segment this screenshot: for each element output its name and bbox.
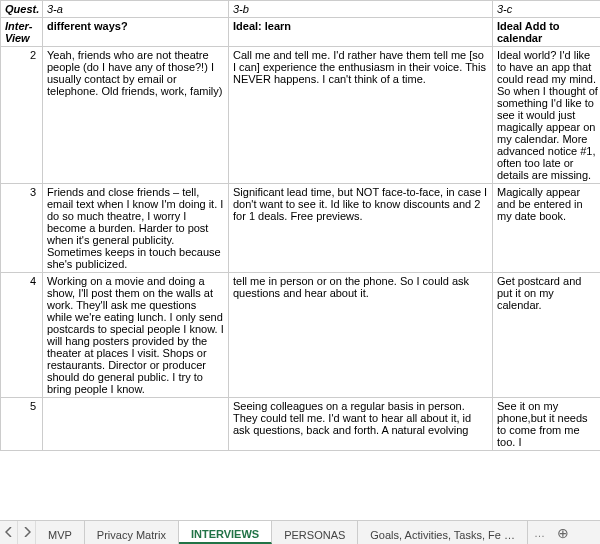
plus-icon: ⊕: [557, 525, 569, 541]
cell-a[interactable]: Friends and close friends – tell, email …: [43, 184, 229, 273]
cell-b[interactable]: Significant lead time, but NOT face-to-f…: [229, 184, 493, 273]
row-number[interactable]: 5: [1, 398, 43, 451]
header-row-titles: Inter-View different ways? Ideal: learn …: [1, 18, 601, 47]
more-tabs-button[interactable]: …: [528, 521, 551, 544]
cell-a[interactable]: [43, 398, 229, 451]
new-sheet-button[interactable]: ⊕: [551, 521, 575, 544]
cell-c[interactable]: Magically appear and be entered in my da…: [493, 184, 601, 273]
tab-scroll-right-button[interactable]: [18, 521, 36, 544]
col-title-b[interactable]: Ideal: learn: [229, 18, 493, 47]
chevron-right-icon: [23, 527, 31, 539]
sheet-tab-mvp[interactable]: MVP: [36, 521, 85, 544]
table-row: 2 Yeah, friends who are not theatre peop…: [1, 47, 601, 184]
quest-header[interactable]: Quest.: [1, 1, 43, 18]
col-code-b[interactable]: 3-b: [229, 1, 493, 18]
chevron-left-icon: [5, 527, 13, 539]
spreadsheet-grid: Quest. 3-a 3-b 3-c Inter-View different …: [0, 0, 600, 520]
row-number[interactable]: 2: [1, 47, 43, 184]
cell-a[interactable]: Yeah, friends who are not theatre people…: [43, 47, 229, 184]
tab-scroll-left-button[interactable]: [0, 521, 18, 544]
cell-c[interactable]: See it on my phone,but it needs to come …: [493, 398, 601, 451]
table-row: 4 Working on a movie and doing a show, I…: [1, 273, 601, 398]
cell-b[interactable]: Call me and tell me. I'd rather have the…: [229, 47, 493, 184]
sheet-tab-goals[interactable]: Goals, Activities, Tasks, Fe …: [358, 521, 528, 544]
sheet-tab-privacy-matrix[interactable]: Privacy Matrix: [85, 521, 179, 544]
cell-b[interactable]: tell me in person or on the phone. So I …: [229, 273, 493, 398]
data-table: Quest. 3-a 3-b 3-c Inter-View different …: [0, 0, 600, 451]
cell-c[interactable]: Ideal world? I'd like to have an app tha…: [493, 47, 601, 184]
row-number[interactable]: 4: [1, 273, 43, 398]
col-code-a[interactable]: 3-a: [43, 1, 229, 18]
sheet-tab-bar: MVP Privacy Matrix INTERVIEWS PERSONAS G…: [0, 520, 600, 544]
col-title-a[interactable]: different ways?: [43, 18, 229, 47]
cell-b[interactable]: Seeing colleagues on a regular basis in …: [229, 398, 493, 451]
interview-header[interactable]: Inter-View: [1, 18, 43, 47]
cell-a[interactable]: Working on a movie and doing a show, I'l…: [43, 273, 229, 398]
col-title-c[interactable]: Ideal Add to calendar: [493, 18, 601, 47]
sheet-tab-interviews[interactable]: INTERVIEWS: [179, 521, 272, 544]
col-code-c[interactable]: 3-c: [493, 1, 601, 18]
table-row: 3 Friends and close friends – tell, emai…: [1, 184, 601, 273]
header-row-codes: Quest. 3-a 3-b 3-c: [1, 1, 601, 18]
cell-c[interactable]: Get postcard and put it on my calendar.: [493, 273, 601, 398]
row-number[interactable]: 3: [1, 184, 43, 273]
sheet-tab-personas[interactable]: PERSONAS: [272, 521, 358, 544]
table-row: 5 Seeing colleagues on a regular basis i…: [1, 398, 601, 451]
